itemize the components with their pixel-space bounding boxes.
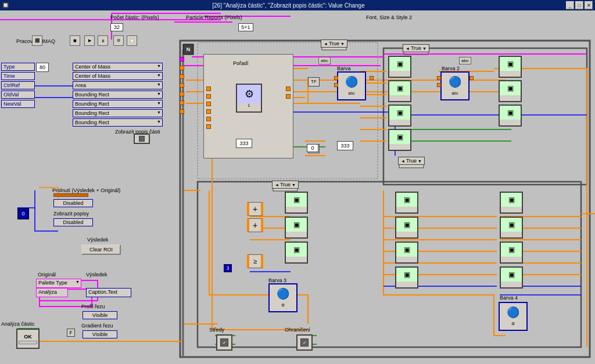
gradient-rezu-label: Gradient řezu xyxy=(81,323,113,329)
subvi-top-far-right-1[interactable]: ▣ xyxy=(499,56,522,78)
error-indicator-1: TF xyxy=(308,77,320,87)
visible-2[interactable]: Visible xyxy=(83,330,117,338)
prolnuti-label: Prolnutí (Výsledek + Originál) xyxy=(52,188,120,193)
particle-reports-label: Particle Reports (Pixels) xyxy=(186,15,242,20)
const-3: 3 xyxy=(224,264,232,272)
barva4-label: Barva 4 xyxy=(500,295,518,301)
subvi-poradí-container: ⚙ 1 Pořadí 333 xyxy=(203,54,293,158)
abc-indicator-2: abc xyxy=(459,57,471,64)
subvi-right-3[interactable]: ▣ xyxy=(395,242,418,264)
subvi-toolbar-2[interactable]: ◼ xyxy=(70,35,80,46)
subvi-far-right-2[interactable]: ▣ xyxy=(500,217,523,239)
subvi-toolbar-6[interactable]: 📋 xyxy=(127,35,137,46)
const-333-2: 333 xyxy=(337,141,353,150)
tunnel-left-pink xyxy=(180,57,184,62)
tunnel-left-4 xyxy=(180,92,184,96)
subvi-top-right-4[interactable]: ▣ xyxy=(388,129,411,151)
true-label-middle: ◄ True ▼ xyxy=(272,181,299,189)
diagram-area: Počet částic: (Pixels) Particle Reports … xyxy=(0,10,595,364)
title-buttons[interactable]: _ □ ✕ xyxy=(566,1,593,9)
subvi-right-2[interactable]: ▣ xyxy=(395,217,418,239)
dropdown-item-2[interactable]: Area ▼ xyxy=(73,81,163,89)
tunnel-left-2 xyxy=(180,74,184,79)
clear-roi-btn[interactable]: Clear ROI xyxy=(81,244,121,255)
num-80-control[interactable]: 80 xyxy=(36,63,49,72)
stredy-indicator[interactable]: ✓ xyxy=(216,334,232,351)
subvi-middle-1[interactable]: ▣ xyxy=(285,192,308,214)
num-32-control[interactable]: 32 xyxy=(110,23,123,31)
zobrazit-popisy-label: Zobrazit popisy xyxy=(53,211,89,217)
profil-rezu-label: Profil řezu xyxy=(81,304,105,309)
subvi-middle-3[interactable]: ▣ xyxy=(285,242,308,264)
subvi-barva2-container: Barva 2 🔵 abc xyxy=(436,54,488,156)
disabled-1[interactable]: Disabled xyxy=(53,199,93,207)
ohraniceni-indicator[interactable]: ✓ xyxy=(296,334,313,351)
poradí-label: Pořadí xyxy=(233,60,249,66)
original-label: Originál xyxy=(38,272,56,277)
palette-type-1[interactable]: Palette Type ▼ xyxy=(36,279,81,288)
analyza-castic-block[interactable]: OK xyxy=(16,329,40,349)
var-oldval: OldVal xyxy=(1,91,35,99)
tunnel-left-6 xyxy=(180,109,184,114)
subvi-toolbar-5[interactable]: ⚙ xyxy=(113,35,124,46)
caption-text[interactable]: Caption.Text xyxy=(86,288,131,297)
disabled-2[interactable]: Disabled xyxy=(53,218,93,226)
imaq-label: IMAQ xyxy=(42,38,55,44)
f-indicator: F xyxy=(67,329,75,337)
var-type: Type xyxy=(1,63,35,71)
subvi-poradí[interactable]: ⚙ 1 xyxy=(236,84,262,113)
subvi-right-1[interactable]: ▣ xyxy=(395,192,418,214)
stredy-label: Středy xyxy=(209,327,224,333)
subvi-top-right-2[interactable]: ▣ xyxy=(388,80,411,102)
add-node-1[interactable]: + xyxy=(247,202,263,216)
maximize-button[interactable]: □ xyxy=(575,1,583,9)
subvi-far-right-3[interactable]: ▣ xyxy=(500,242,523,264)
compare-node[interactable]: ≥ xyxy=(247,254,263,268)
subvi-middle-2[interactable]: ▣ xyxy=(285,217,308,239)
subvi-toolbar-3[interactable]: ▶ xyxy=(84,35,95,46)
num-5plus1-control[interactable]: 5+1 xyxy=(238,23,253,31)
tunnel-left-5 xyxy=(180,100,184,105)
true-label-right: ◄ True ▼ xyxy=(403,44,429,52)
dropdown-item-0[interactable]: Center of Mass ▼ xyxy=(73,63,163,71)
const-333: 333 xyxy=(236,139,252,148)
font-size-label: Font, Size & Style 2 xyxy=(366,15,412,20)
visible-1[interactable]: Visible xyxy=(83,311,117,319)
close-button[interactable]: ✕ xyxy=(585,1,593,9)
dropdown-item-3[interactable]: Bounding Rect ▼ xyxy=(73,91,163,99)
subvi-top-right-3[interactable]: ▣ xyxy=(388,104,411,127)
subvi-top-far-right-3[interactable]: ▣ xyxy=(499,104,522,127)
true-label-outer: ◄ True ▼ xyxy=(321,39,347,48)
subvi-far-right-1[interactable]: ▣ xyxy=(500,192,523,214)
dropdown-item-1[interactable]: Center of Mass ▼ xyxy=(73,72,163,80)
subvi-barva3[interactable]: 🔵 ⚙ xyxy=(268,283,298,312)
subvi-toolbar-4[interactable]: ⏸ xyxy=(98,35,108,46)
ohraniceni-label: Ohraničení xyxy=(285,327,310,333)
subvi-top-far-right-2[interactable]: ▣ xyxy=(499,80,522,102)
n-box: N xyxy=(183,44,193,55)
const-0-bottom: 0 xyxy=(307,144,318,152)
zobrazit-popis-indicator[interactable] xyxy=(134,134,150,144)
subvi-barva4[interactable]: 🔵 ⚙ xyxy=(499,302,528,331)
subvi-barva2[interactable]: 🔵 abc xyxy=(440,71,469,100)
subvi-toolbar-1[interactable]: ⬛ xyxy=(32,35,42,46)
analyza-btn[interactable]: Analýza xyxy=(36,288,68,297)
subvi-right-4[interactable]: ▣ xyxy=(395,266,418,289)
vysledek3-label: Výsledek xyxy=(86,272,107,277)
prolnuti-indicator xyxy=(53,193,88,197)
subvi-barva[interactable]: 🔵 abc xyxy=(337,71,366,100)
subvi-barva-container: Barva 🔵 abc 333 xyxy=(334,54,381,161)
add-node-2[interactable]: + xyxy=(247,218,263,232)
dropdown-item-6[interactable]: Bounding Rect ▼ xyxy=(73,118,163,127)
title-text: [26] "Analýza částic", "Zobrazit popis č… xyxy=(11,2,566,9)
dropdown-item-4[interactable]: Bounding Rect ▼ xyxy=(73,100,163,108)
title-bar: 🔲 [26] "Analýza částic", "Zobrazit popis… xyxy=(0,0,595,10)
subvi-far-right-4[interactable]: ▣ xyxy=(500,266,523,289)
subvi-top-right-1[interactable]: ▣ xyxy=(388,56,411,78)
vysledek-label: Výsledek xyxy=(87,237,109,243)
dropdown-item-5[interactable]: Bounding Rect ▼ xyxy=(73,109,163,117)
title-icon: 🔲 xyxy=(2,2,9,8)
minimize-button[interactable]: _ xyxy=(566,1,574,9)
var-newval: NewVal xyxy=(1,100,35,108)
num-0-control[interactable]: 0 xyxy=(17,208,29,219)
